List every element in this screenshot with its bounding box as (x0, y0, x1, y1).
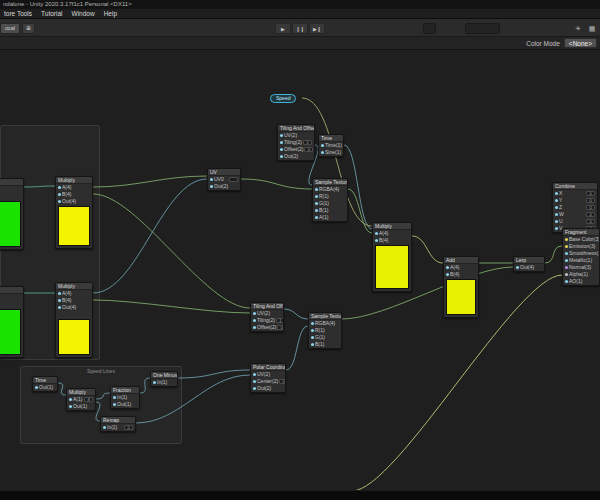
port-icon[interactable] (315, 216, 318, 219)
menu-item-help[interactable]: Help (104, 9, 117, 19)
port-icon[interactable] (113, 403, 116, 406)
port-icon[interactable] (446, 266, 449, 269)
port-icon[interactable] (103, 426, 106, 429)
port-icon[interactable] (69, 405, 72, 408)
port-icon[interactable] (280, 134, 283, 137)
port-field[interactable]: 8 (84, 397, 93, 402)
port-icon[interactable] (315, 188, 318, 191)
edge-wire[interactable] (412, 236, 443, 263)
port-field[interactable]: 0 (304, 147, 313, 152)
graph-node[interactable]: Tiling And OffsetUV(2)Tiling(2)2Offset(2… (277, 124, 315, 161)
port-field[interactable]: 0 (586, 219, 595, 224)
graph-node[interactable]: MultiplyA(1)8Out(1) (66, 388, 96, 411)
play-button[interactable]: ▶ (275, 23, 291, 34)
graph-node[interactable]: TimeTime(1)Sine(1) (318, 134, 344, 157)
port-icon[interactable] (253, 326, 256, 329)
port-icon[interactable] (315, 202, 318, 205)
edge-wire[interactable] (93, 179, 207, 293)
port-icon[interactable] (58, 200, 61, 203)
port-icon[interactable] (58, 306, 61, 309)
port-icon[interactable] (565, 280, 568, 283)
snap-toggle-button[interactable]: ⊞ (22, 23, 35, 34)
graph-node[interactable]: Sample Texture 2DRGBA(4)R(1)G(1)B(1) (308, 312, 342, 349)
port-icon[interactable] (315, 209, 318, 212)
port-icon[interactable] (375, 239, 378, 242)
port-icon[interactable] (565, 238, 568, 241)
menu-item-store-tools[interactable]: tore Tools (4, 9, 32, 19)
edge-wire[interactable] (342, 267, 513, 319)
sun-icon[interactable]: ☀ (572, 23, 584, 34)
port-icon[interactable] (555, 199, 558, 202)
port-field[interactable] (229, 177, 238, 182)
port-icon[interactable] (315, 195, 318, 198)
port-icon[interactable] (311, 336, 314, 339)
port-icon[interactable] (58, 186, 61, 189)
edge-wire[interactable] (93, 194, 250, 308)
edge-wire[interactable] (284, 309, 308, 319)
graph-node[interactable]: ColorOut(4) (0, 286, 24, 358)
port-icon[interactable] (253, 387, 256, 390)
graph-node[interactable]: FractionIn(1)Out(1) (110, 386, 140, 409)
port-icon[interactable] (280, 155, 283, 158)
port-field[interactable]: 0 (586, 212, 595, 217)
graph-node[interactable]: MultiplyA(4)B(4)Out(4) (55, 176, 93, 249)
graph-node[interactable]: Sample Texture 2DRGBA(4)R(1)G(1)B(1)A(1) (312, 178, 348, 222)
edge-wire[interactable] (178, 370, 250, 378)
grid-icon[interactable]: ▦ (586, 23, 598, 34)
graph-node[interactable]: CombineX0Y0Z0W0U0V0 (552, 182, 598, 233)
edge-wire[interactable] (286, 326, 308, 370)
graph-node[interactable]: MultiplyA(4)B(4)Out(4) (55, 282, 93, 358)
port-icon[interactable] (253, 319, 256, 322)
port-icon[interactable] (321, 151, 324, 154)
edge-wire[interactable] (93, 176, 207, 187)
port-icon[interactable] (311, 322, 314, 325)
port-icon[interactable] (565, 266, 568, 269)
edge-wire[interactable] (241, 179, 312, 189)
graph-node[interactable]: MultiplyA(4)B(4) (372, 222, 412, 292)
graph-node[interactable]: RemapIn(1)0 (100, 416, 136, 432)
menu-item-tutorial[interactable]: Tutorial (41, 9, 62, 19)
port-field[interactable]: 1 (276, 318, 283, 323)
port-icon[interactable] (280, 148, 283, 151)
port-icon[interactable] (113, 396, 116, 399)
port-icon[interactable] (58, 193, 61, 196)
graph-node[interactable]: Tiling And OffsetUV(2)Tiling(2)1Offset(2… (250, 302, 284, 332)
port-icon[interactable] (375, 232, 378, 235)
port-icon[interactable] (253, 380, 256, 383)
graph-node[interactable]: FragmentBase Color(3)Emission(3)Smoothne… (562, 228, 600, 286)
port-icon[interactable] (311, 343, 314, 346)
port-icon[interactable] (210, 178, 213, 181)
port-icon[interactable] (58, 299, 61, 302)
port-icon[interactable] (555, 192, 558, 195)
graph-node[interactable]: AddA(4)B(4) (443, 256, 479, 318)
port-field[interactable]: 0 (586, 205, 595, 210)
port-field[interactable]: 0 (277, 325, 283, 330)
port-icon[interactable] (153, 381, 156, 384)
graph-node[interactable]: One MinusIn(1) (150, 371, 178, 387)
port-field[interactable]: 0 (586, 198, 595, 203)
pause-button[interactable]: ❙❙ (292, 23, 308, 34)
port-icon[interactable] (555, 227, 558, 230)
edge-wire[interactable] (545, 246, 562, 263)
pivot-local-button[interactable]: ocal (0, 23, 20, 34)
port-icon[interactable] (565, 245, 568, 248)
port-icon[interactable] (311, 329, 314, 332)
menu-item-window[interactable]: Window (72, 9, 95, 19)
port-icon[interactable] (446, 273, 449, 276)
port-icon[interactable] (321, 144, 324, 147)
port-icon[interactable] (555, 220, 558, 223)
port-icon[interactable] (253, 312, 256, 315)
graph-node[interactable]: LerpOut(4) (513, 256, 545, 272)
graph-node[interactable]: TimeOut(1) (32, 376, 58, 392)
port-icon[interactable] (210, 185, 213, 188)
port-icon[interactable] (565, 252, 568, 255)
port-icon[interactable] (253, 373, 256, 376)
port-icon[interactable] (69, 398, 72, 401)
port-icon[interactable] (555, 213, 558, 216)
port-icon[interactable] (565, 259, 568, 262)
port-field[interactable]: 0 (124, 425, 133, 430)
edge-wire[interactable] (348, 189, 372, 233)
port-icon[interactable] (555, 206, 558, 209)
graph-canvas[interactable]: Speed Lines SpeedTiling And OffsetUV(2)T… (0, 50, 600, 490)
port-field[interactable]: 2 (303, 140, 312, 145)
